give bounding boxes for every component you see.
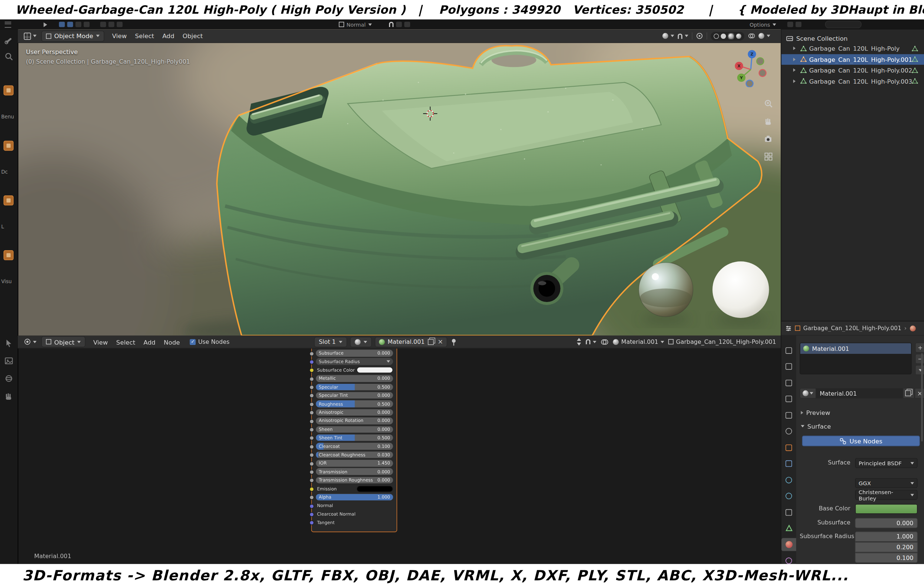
node-row-clearcoat-roughness[interactable]: Clearcoat Roughness0.030: [316, 451, 393, 458]
outliner-item[interactable]: Garbage_Can_120L_High-Poly.003: [781, 76, 924, 86]
node-row-specular[interactable]: Specular0.500: [316, 383, 393, 390]
shader-material-field[interactable]: Material.001 ×: [375, 336, 447, 347]
viewport-3d[interactable]: Object Mode ViewSelectAddObject: [18, 30, 781, 336]
topbar-tool-icons[interactable]: [100, 19, 122, 29]
scene-tab[interactable]: [781, 409, 796, 422]
shader-menu-view[interactable]: View: [89, 338, 112, 345]
sort-arrows-icon[interactable]: [576, 338, 582, 346]
node-socket[interactable]: [309, 461, 314, 466]
search-input[interactable]: [825, 19, 862, 29]
prop-value-field[interactable]: 0.100: [855, 553, 918, 563]
pan-hand-icon[interactable]: [764, 117, 773, 126]
outliner-root-row[interactable]: Scene Collection: [781, 33, 924, 43]
editor-type-button[interactable]: [21, 32, 39, 40]
node-value-field[interactable]: Subsurface0.000: [316, 350, 393, 357]
sphere-tool-icon[interactable]: [4, 374, 13, 383]
node-row-emission[interactable]: Emission: [316, 485, 393, 492]
play-icon[interactable]: [44, 19, 48, 29]
node-socket[interactable]: [309, 436, 314, 441]
camera-view-icon[interactable]: [764, 134, 773, 144]
mode-dropdown[interactable]: Object Mode: [41, 30, 104, 41]
outliner-item[interactable]: Garbage_Can_120L_High-Poly.001: [781, 54, 924, 65]
tools-icon[interactable]: [4, 35, 13, 44]
node-value-field[interactable]: Clearcoat0.100: [316, 443, 393, 450]
node-value-field[interactable]: IOR1.450: [316, 460, 393, 466]
node-row-transmission-roughness[interactable]: Transmission Roughness0.000: [316, 477, 393, 483]
browse-material-dropdown[interactable]: [350, 336, 371, 347]
expand-caret-icon[interactable]: [793, 79, 800, 83]
node-row-sheen[interactable]: Sheen0.000: [316, 426, 393, 432]
node-socket[interactable]: [309, 368, 314, 373]
node-socket[interactable]: [309, 453, 314, 457]
prop-value-field[interactable]: 1.000: [855, 531, 918, 541]
node-value-field[interactable]: Specular0.500: [316, 383, 393, 390]
color-swatch[interactable]: [356, 485, 393, 492]
node-socket[interactable]: [309, 428, 314, 432]
node-socket[interactable]: [309, 419, 314, 424]
viewport-menu-add[interactable]: Add: [158, 32, 178, 39]
node-socket[interactable]: [309, 360, 314, 365]
slot-dropdown[interactable]: Slot 1: [314, 336, 347, 347]
app-menu-icon[interactable]: [5, 19, 11, 29]
hand-icon[interactable]: [4, 391, 13, 401]
zoom-icon[interactable]: [764, 99, 773, 108]
render-tab[interactable]: [781, 360, 796, 373]
node-value-field[interactable]: Specular Tint0.000: [316, 392, 393, 399]
dock-app-icon[interactable]: [4, 86, 14, 95]
node-row-anisotropic[interactable]: Anisotropic0.000: [316, 409, 393, 416]
node-socket[interactable]: [309, 504, 314, 508]
particles-tab[interactable]: [781, 474, 796, 486]
node-socket[interactable]: [309, 385, 314, 390]
properties-editor-icon[interactable]: [785, 325, 792, 332]
dock-app-icon[interactable]: [4, 250, 14, 260]
node-socket[interactable]: [309, 351, 314, 356]
shading-solid-icon[interactable]: [721, 33, 726, 38]
node-value-field[interactable]: Anisotropic Rotation0.000: [316, 418, 393, 424]
expand-caret-icon[interactable]: [793, 69, 800, 72]
use-nodes-checkbox[interactable]: ✓: [190, 339, 196, 345]
node-row-tangent[interactable]: Tangent: [316, 519, 393, 526]
shader-menu-node[interactable]: Node: [160, 338, 184, 345]
pin-icon[interactable]: [450, 337, 457, 346]
node-socket[interactable]: [309, 377, 314, 381]
shading-wireframe-icon[interactable]: [714, 33, 719, 38]
copy-material-icon[interactable]: [427, 339, 434, 345]
snap-icons[interactable]: [389, 19, 410, 29]
modifiers-tab[interactable]: [781, 457, 796, 470]
node-value-field[interactable]: Clearcoat Roughness0.030: [316, 451, 393, 458]
shader-type-dropdown[interactable]: Object: [41, 336, 86, 347]
show-overlays-button[interactable]: [747, 32, 755, 39]
node-row-metallic[interactable]: Metallic0.000: [316, 375, 393, 381]
shader-material-dropdown-right[interactable]: Material.001: [613, 339, 664, 345]
node-row-clearcoat-normal[interactable]: Clearcoat Normal: [316, 511, 393, 518]
cursor-tool-icon[interactable]: [4, 339, 13, 348]
expand-caret-icon[interactable]: [793, 58, 800, 61]
node-socket[interactable]: [309, 402, 314, 407]
node-row-transmission[interactable]: Transmission0.000: [316, 468, 393, 475]
mesh-data-icon[interactable]: [912, 78, 918, 84]
options-dropdown[interactable]: Options: [749, 19, 776, 29]
properties-scrollbar[interactable]: [921, 353, 923, 442]
node-row-roughness[interactable]: Roughness0.500: [316, 400, 393, 407]
mesh-data-icon[interactable]: [912, 56, 918, 62]
node-socket[interactable]: [309, 512, 314, 517]
node-value-field[interactable]: Transmission0.000: [316, 468, 393, 475]
prop-color-swatch[interactable]: [855, 504, 918, 514]
axis-x-neg[interactable]: [759, 69, 766, 77]
prop-dropdown-christensen-burley[interactable]: Christensen-Burley: [855, 490, 918, 500]
transform-orientation-button[interactable]: [662, 33, 674, 39]
ortho-grid-icon[interactable]: [764, 152, 773, 161]
node-row-normal[interactable]: Normal: [316, 502, 393, 509]
color-swatch[interactable]: [356, 367, 393, 373]
nav-gizmo[interactable]: Z X Y: [732, 49, 770, 87]
node-row-sheen-tint[interactable]: Sheen Tint0.500: [316, 434, 393, 441]
world-tab[interactable]: [781, 425, 796, 438]
object-tab[interactable]: [781, 441, 796, 454]
outliner-item[interactable]: Garbage_Can_120L_High-Poly.002: [781, 65, 924, 76]
topbar-right-icons[interactable]: [787, 19, 801, 29]
node-row-subsurface[interactable]: Subsurface0.000: [316, 350, 393, 357]
search-icon[interactable]: [4, 52, 13, 61]
mode-toggle-chips[interactable]: [59, 19, 90, 29]
image-icon[interactable]: [4, 356, 13, 365]
node-socket[interactable]: [309, 444, 314, 449]
